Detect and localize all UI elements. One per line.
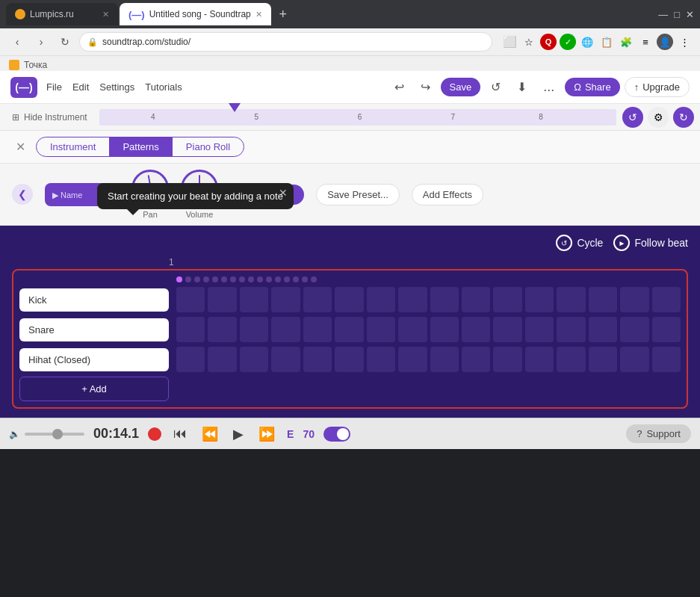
add-button[interactable]: + Add [19, 377, 169, 401]
kick-cell-4[interactable] [271, 287, 300, 312]
tab-close-soundtrap[interactable]: ✕ [255, 10, 262, 19]
snare-cell-3[interactable] [240, 317, 268, 342]
skip-start-button[interactable]: ⏮ [170, 423, 190, 445]
snare-cell-5[interactable] [303, 317, 332, 342]
play-button[interactable]: ▶ [230, 423, 247, 445]
minimize-button[interactable]: — [658, 9, 668, 20]
effects-button[interactable]: Add Effects [412, 184, 483, 205]
bookmark-icon[interactable]: ☆ [521, 34, 537, 50]
snare-cell-8[interactable] [398, 317, 427, 342]
hihat-cell-7[interactable] [367, 347, 395, 372]
redo-button[interactable]: ↪ [415, 77, 436, 97]
timeline-ruler[interactable]: 4 5 6 7 8 [99, 109, 616, 126]
kick-cell-12[interactable] [525, 287, 554, 312]
hihat-cell-16[interactable] [652, 347, 681, 372]
hihat-cell-14[interactable] [589, 347, 617, 372]
upgrade-button[interactable]: ↑ Upgrade [625, 77, 690, 97]
new-tab-button[interactable]: + [273, 4, 294, 25]
hihat-cell-12[interactable] [525, 347, 554, 372]
snare-cell-6[interactable] [335, 317, 363, 342]
record-button[interactable] [148, 427, 161, 441]
tab-instrument[interactable]: Instrument [37, 137, 109, 156]
rewind-button[interactable]: ⏪ [199, 423, 221, 445]
kick-cell-15[interactable] [620, 287, 648, 312]
loop-button[interactable]: ↺ [485, 77, 507, 97]
snare-cell-10[interactable] [462, 317, 490, 342]
hide-instrument-button[interactable]: ⊞ Hide Instrument [6, 109, 93, 126]
kick-cell-9[interactable] [430, 287, 459, 312]
menu-edit[interactable]: Edit [72, 81, 89, 93]
kick-cell-3[interactable] [240, 287, 268, 312]
volume-slider[interactable]: 🔈 [9, 429, 84, 439]
kick-cell-11[interactable] [493, 287, 521, 312]
more-icon[interactable]: ⋮ [676, 34, 693, 50]
tab-close-lumpics[interactable]: ✕ [102, 10, 109, 19]
extension1-icon[interactable]: Q [540, 34, 557, 50]
snare-cell-1[interactable] [176, 317, 205, 342]
snare-cell-15[interactable] [620, 317, 648, 342]
menu-tutorials[interactable]: Tutorials [145, 81, 182, 93]
follow-beat-control[interactable]: ► Follow beat [613, 235, 688, 251]
preset-button[interactable]: Save Preset... [316, 184, 400, 205]
profile-icon[interactable]: 👤 [657, 34, 673, 50]
snare-cell-13[interactable] [557, 317, 585, 342]
hihat-cell-1[interactable] [176, 347, 205, 372]
hihat-cell-4[interactable] [271, 347, 300, 372]
tooltip-close-button[interactable]: ✕ [279, 187, 288, 199]
hihat-cell-5[interactable] [303, 347, 332, 372]
fast-forward-button[interactable]: ⏩ [255, 423, 278, 445]
extension4-icon[interactable]: 📋 [598, 34, 615, 50]
loop-icon[interactable]: ↺ [622, 107, 643, 128]
reload-button[interactable]: ↻ [55, 32, 75, 52]
hihat-cell-9[interactable] [430, 347, 459, 372]
sync-icon[interactable]: ↻ [673, 107, 694, 128]
translate-icon[interactable]: ⬜ [501, 34, 518, 50]
snare-cell-12[interactable] [525, 317, 554, 342]
hihat-cell-2[interactable] [208, 347, 236, 372]
hihat-cell-3[interactable] [240, 347, 268, 372]
tab-piano-roll[interactable]: Piano Roll [173, 137, 244, 156]
snare-cell-16[interactable] [652, 317, 681, 342]
hihat-cell-13[interactable] [557, 347, 585, 372]
kick-cell-8[interactable] [398, 287, 427, 312]
extension5-icon[interactable]: 🧩 [618, 34, 634, 50]
hihat-cell-8[interactable] [398, 347, 427, 372]
tab-patterns[interactable]: Patterns [109, 137, 172, 156]
toggle-switch[interactable] [323, 427, 350, 442]
forward-button[interactable]: › [31, 32, 51, 52]
slider-thumb[interactable] [52, 429, 63, 439]
close-button[interactable]: ✕ [686, 9, 694, 20]
kick-cell-13[interactable] [557, 287, 585, 312]
back-button[interactable]: ‹ [7, 32, 27, 52]
extension2-icon[interactable]: ✓ [560, 34, 576, 50]
tab-lumpics[interactable]: Lumpics.ru ✕ [6, 3, 118, 25]
snare-cell-14[interactable] [589, 317, 617, 342]
hihat-cell-15[interactable] [620, 347, 648, 372]
tab-soundtrap[interactable]: (—) Untitled song - Soundtrap ✕ [120, 3, 271, 25]
menu-file[interactable]: File [46, 81, 62, 93]
kick-cell-6[interactable] [335, 287, 363, 312]
save-button[interactable]: Save [441, 78, 481, 96]
snare-cell-11[interactable] [493, 317, 521, 342]
snare-cell-9[interactable] [430, 317, 459, 342]
settings-icon[interactable]: ⚙ [648, 107, 669, 128]
kick-cell-16[interactable] [652, 287, 681, 312]
menu-settings[interactable]: Settings [99, 81, 134, 93]
extension6-icon[interactable]: ≡ [637, 34, 654, 50]
snare-cell-4[interactable] [271, 317, 300, 342]
panel-close-button[interactable]: ✕ [12, 139, 28, 155]
more-button[interactable]: ... [537, 76, 560, 98]
hihat-cell-6[interactable] [335, 347, 363, 372]
address-bar[interactable]: 🔒 soundtrap.com/studio/ [79, 32, 492, 52]
extension3-icon[interactable]: 🌐 [579, 34, 595, 50]
kick-cell-2[interactable] [208, 287, 236, 312]
snare-cell-2[interactable] [208, 317, 236, 342]
hihat-cell-11[interactable] [493, 347, 521, 372]
share-button[interactable]: Ω Share [565, 78, 619, 96]
hihat-cell-10[interactable] [462, 347, 490, 372]
kick-cell-14[interactable] [589, 287, 617, 312]
bookmark-label[interactable]: Точка [24, 60, 47, 70]
snare-cell-7[interactable] [367, 317, 395, 342]
maximize-button[interactable]: □ [674, 9, 680, 20]
kick-cell-1[interactable] [176, 287, 205, 312]
